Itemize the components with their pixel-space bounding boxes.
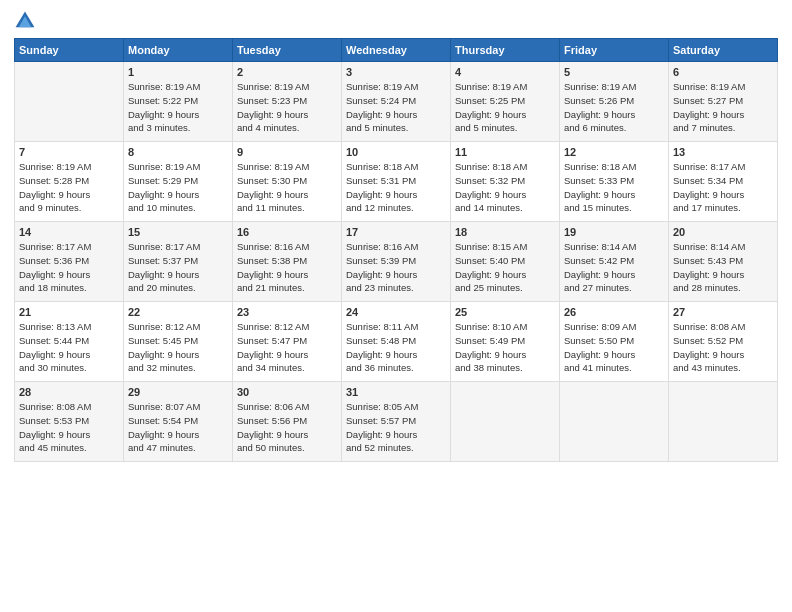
daylight-line2: and 25 minutes. bbox=[455, 281, 555, 295]
daylight-line2: and 18 minutes. bbox=[19, 281, 119, 295]
sunrise-text: Sunrise: 8:14 AM bbox=[673, 240, 773, 254]
daylight-line2: and 4 minutes. bbox=[237, 121, 337, 135]
daylight-line2: and 9 minutes. bbox=[19, 201, 119, 215]
day-cell: 17Sunrise: 8:16 AMSunset: 5:39 PMDayligh… bbox=[342, 222, 451, 302]
sunrise-text: Sunrise: 8:16 AM bbox=[237, 240, 337, 254]
sunset-text: Sunset: 5:23 PM bbox=[237, 94, 337, 108]
calendar-page: SundayMondayTuesdayWednesdayThursdayFrid… bbox=[0, 0, 792, 612]
sunset-text: Sunset: 5:39 PM bbox=[346, 254, 446, 268]
sunrise-text: Sunrise: 8:19 AM bbox=[19, 160, 119, 174]
sunset-text: Sunset: 5:44 PM bbox=[19, 334, 119, 348]
day-cell: 12Sunrise: 8:18 AMSunset: 5:33 PMDayligh… bbox=[560, 142, 669, 222]
sunset-text: Sunset: 5:56 PM bbox=[237, 414, 337, 428]
day-number: 6 bbox=[673, 66, 773, 78]
day-cell: 3Sunrise: 8:19 AMSunset: 5:24 PMDaylight… bbox=[342, 62, 451, 142]
sunset-text: Sunset: 5:31 PM bbox=[346, 174, 446, 188]
header-saturday: Saturday bbox=[669, 39, 778, 62]
week-row-2: 7Sunrise: 8:19 AMSunset: 5:28 PMDaylight… bbox=[15, 142, 778, 222]
day-number: 18 bbox=[455, 226, 555, 238]
day-number: 10 bbox=[346, 146, 446, 158]
sunrise-text: Sunrise: 8:19 AM bbox=[237, 80, 337, 94]
daylight-line2: and 28 minutes. bbox=[673, 281, 773, 295]
daylight-line2: and 38 minutes. bbox=[455, 361, 555, 375]
sunrise-text: Sunrise: 8:07 AM bbox=[128, 400, 228, 414]
sunset-text: Sunset: 5:34 PM bbox=[673, 174, 773, 188]
sunrise-text: Sunrise: 8:19 AM bbox=[128, 80, 228, 94]
day-number: 14 bbox=[19, 226, 119, 238]
sunrise-text: Sunrise: 8:19 AM bbox=[564, 80, 664, 94]
sunrise-text: Sunrise: 8:19 AM bbox=[237, 160, 337, 174]
sunrise-text: Sunrise: 8:19 AM bbox=[455, 80, 555, 94]
sunset-text: Sunset: 5:49 PM bbox=[455, 334, 555, 348]
day-cell: 23Sunrise: 8:12 AMSunset: 5:47 PMDayligh… bbox=[233, 302, 342, 382]
sunset-text: Sunset: 5:33 PM bbox=[564, 174, 664, 188]
day-cell: 24Sunrise: 8:11 AMSunset: 5:48 PMDayligh… bbox=[342, 302, 451, 382]
daylight-line1: Daylight: 9 hours bbox=[346, 108, 446, 122]
daylight-line1: Daylight: 9 hours bbox=[237, 268, 337, 282]
day-number: 16 bbox=[237, 226, 337, 238]
daylight-line1: Daylight: 9 hours bbox=[128, 348, 228, 362]
daylight-line1: Daylight: 9 hours bbox=[237, 428, 337, 442]
daylight-line1: Daylight: 9 hours bbox=[128, 188, 228, 202]
daylight-line2: and 17 minutes. bbox=[673, 201, 773, 215]
header-monday: Monday bbox=[124, 39, 233, 62]
sunset-text: Sunset: 5:30 PM bbox=[237, 174, 337, 188]
day-number: 2 bbox=[237, 66, 337, 78]
daylight-line2: and 47 minutes. bbox=[128, 441, 228, 455]
daylight-line1: Daylight: 9 hours bbox=[237, 188, 337, 202]
sunrise-text: Sunrise: 8:06 AM bbox=[237, 400, 337, 414]
week-row-4: 21Sunrise: 8:13 AMSunset: 5:44 PMDayligh… bbox=[15, 302, 778, 382]
sunrise-text: Sunrise: 8:19 AM bbox=[346, 80, 446, 94]
day-cell: 15Sunrise: 8:17 AMSunset: 5:37 PMDayligh… bbox=[124, 222, 233, 302]
sunrise-text: Sunrise: 8:18 AM bbox=[564, 160, 664, 174]
daylight-line1: Daylight: 9 hours bbox=[346, 268, 446, 282]
sunrise-text: Sunrise: 8:11 AM bbox=[346, 320, 446, 334]
daylight-line2: and 5 minutes. bbox=[346, 121, 446, 135]
daylight-line1: Daylight: 9 hours bbox=[346, 348, 446, 362]
day-number: 5 bbox=[564, 66, 664, 78]
header-sunday: Sunday bbox=[15, 39, 124, 62]
daylight-line1: Daylight: 9 hours bbox=[455, 348, 555, 362]
day-cell: 2Sunrise: 8:19 AMSunset: 5:23 PMDaylight… bbox=[233, 62, 342, 142]
day-number: 4 bbox=[455, 66, 555, 78]
day-number: 15 bbox=[128, 226, 228, 238]
header-friday: Friday bbox=[560, 39, 669, 62]
day-number: 8 bbox=[128, 146, 228, 158]
day-cell: 13Sunrise: 8:17 AMSunset: 5:34 PMDayligh… bbox=[669, 142, 778, 222]
day-number: 29 bbox=[128, 386, 228, 398]
sunrise-text: Sunrise: 8:19 AM bbox=[128, 160, 228, 174]
daylight-line2: and 32 minutes. bbox=[128, 361, 228, 375]
header-thursday: Thursday bbox=[451, 39, 560, 62]
sunrise-text: Sunrise: 8:19 AM bbox=[673, 80, 773, 94]
sunset-text: Sunset: 5:57 PM bbox=[346, 414, 446, 428]
day-number: 23 bbox=[237, 306, 337, 318]
daylight-line1: Daylight: 9 hours bbox=[564, 348, 664, 362]
sunrise-text: Sunrise: 8:16 AM bbox=[346, 240, 446, 254]
sunset-text: Sunset: 5:28 PM bbox=[19, 174, 119, 188]
daylight-line2: and 6 minutes. bbox=[564, 121, 664, 135]
sunrise-text: Sunrise: 8:17 AM bbox=[128, 240, 228, 254]
daylight-line2: and 30 minutes. bbox=[19, 361, 119, 375]
day-number: 13 bbox=[673, 146, 773, 158]
daylight-line2: and 36 minutes. bbox=[346, 361, 446, 375]
daylight-line1: Daylight: 9 hours bbox=[128, 428, 228, 442]
week-row-1: 1Sunrise: 8:19 AMSunset: 5:22 PMDaylight… bbox=[15, 62, 778, 142]
daylight-line1: Daylight: 9 hours bbox=[564, 268, 664, 282]
day-number: 30 bbox=[237, 386, 337, 398]
day-cell: 8Sunrise: 8:19 AMSunset: 5:29 PMDaylight… bbox=[124, 142, 233, 222]
day-number: 28 bbox=[19, 386, 119, 398]
sunset-text: Sunset: 5:45 PM bbox=[128, 334, 228, 348]
sunrise-text: Sunrise: 8:17 AM bbox=[673, 160, 773, 174]
day-cell: 26Sunrise: 8:09 AMSunset: 5:50 PMDayligh… bbox=[560, 302, 669, 382]
header-tuesday: Tuesday bbox=[233, 39, 342, 62]
day-cell: 1Sunrise: 8:19 AMSunset: 5:22 PMDaylight… bbox=[124, 62, 233, 142]
day-cell: 16Sunrise: 8:16 AMSunset: 5:38 PMDayligh… bbox=[233, 222, 342, 302]
day-cell: 21Sunrise: 8:13 AMSunset: 5:44 PMDayligh… bbox=[15, 302, 124, 382]
sunrise-text: Sunrise: 8:09 AM bbox=[564, 320, 664, 334]
daylight-line1: Daylight: 9 hours bbox=[237, 108, 337, 122]
sunrise-text: Sunrise: 8:17 AM bbox=[19, 240, 119, 254]
daylight-line1: Daylight: 9 hours bbox=[346, 188, 446, 202]
day-cell: 31Sunrise: 8:05 AMSunset: 5:57 PMDayligh… bbox=[342, 382, 451, 462]
sunset-text: Sunset: 5:38 PM bbox=[237, 254, 337, 268]
day-cell: 22Sunrise: 8:12 AMSunset: 5:45 PMDayligh… bbox=[124, 302, 233, 382]
